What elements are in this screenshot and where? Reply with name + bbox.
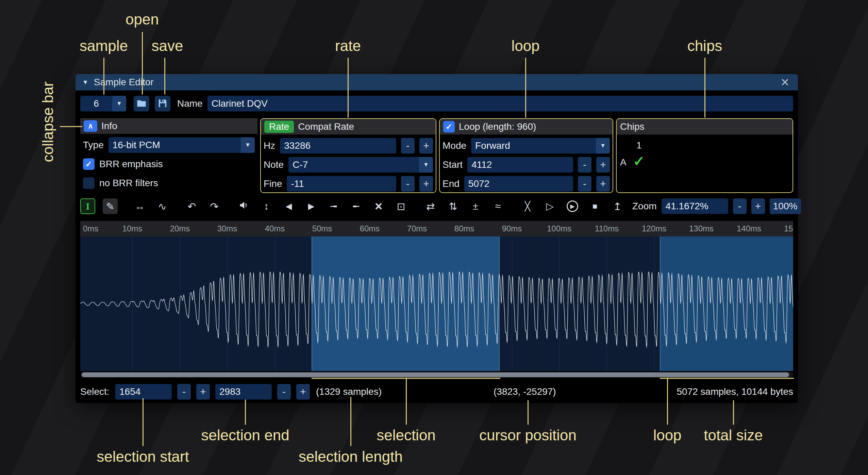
filter-button[interactable]: ≈	[490, 198, 505, 214]
chevron-down-icon[interactable]: ▼	[241, 137, 255, 153]
hz-plus-button[interactable]: +	[419, 138, 433, 154]
chip-enable-checkbox[interactable]: ✓	[633, 153, 645, 170]
edit-mode-button[interactable]: I	[80, 198, 95, 214]
resize-button[interactable]: ↔	[132, 198, 147, 214]
zoom-out-button[interactable]: -	[733, 198, 747, 214]
note-label: Note	[264, 159, 284, 170]
loop-panel-header: ✓ Loop (length: 960)	[440, 119, 613, 135]
sample-selector[interactable]: 6 ▼	[80, 96, 126, 111]
loop-panel: ✓ Loop (length: 960) Mode Forward ▼ Star…	[439, 118, 613, 193]
crossfade-loop-button[interactable]: ╳	[520, 198, 535, 214]
annotation-line	[406, 379, 407, 425]
annotation-line	[528, 400, 529, 425]
no-brr-filters-checkbox[interactable]	[83, 177, 95, 189]
apply-silence-button[interactable]: ╾	[349, 198, 364, 214]
fine-minus-button[interactable]: -	[401, 176, 415, 192]
stop-button[interactable]: ■	[587, 198, 602, 214]
type-selector[interactable]: 16-bit PCM ▼	[108, 137, 255, 153]
chevron-down-icon[interactable]: ▼	[419, 157, 433, 173]
preview-button[interactable]: ▷	[542, 198, 557, 214]
hz-minus-button[interactable]: -	[401, 138, 415, 154]
sample-editor-window: ▼ Sample Editor × 6 ▼	[76, 74, 798, 403]
hz-input[interactable]: 33286	[280, 138, 396, 154]
fade-in-button[interactable]: ◀	[281, 198, 296, 214]
chip-row-label: A	[620, 157, 627, 168]
fade-in-icon: ◀	[286, 201, 292, 211]
loop-mode-label: Mode	[443, 140, 466, 151]
loop-end-minus-button[interactable]: -	[578, 176, 591, 192]
annotation-chips: chips	[687, 37, 722, 54]
window-collapse-caret-icon[interactable]: ▼	[82, 79, 88, 86]
chips-header-label: Chips	[620, 121, 645, 132]
brr-emphasis-checkbox[interactable]: ✓	[83, 158, 95, 170]
loop-start-plus-button[interactable]: +	[596, 157, 610, 173]
fade-out-icon: ▶	[308, 201, 314, 211]
delete-icon: ×	[375, 199, 382, 214]
zoom-reset-button[interactable]: 100%	[770, 198, 801, 214]
selection-start-input[interactable]: 1654	[115, 384, 172, 400]
fade-out-button[interactable]: ▶	[304, 198, 319, 214]
open-button[interactable]	[134, 96, 149, 111]
window-titlebar[interactable]: ▼ Sample Editor ×	[76, 74, 798, 90]
redo-icon: ↷	[210, 200, 218, 212]
collapse-bar-button[interactable]: ∧	[84, 120, 97, 132]
scrollbar-thumb[interactable]	[82, 372, 789, 377]
window-title: Sample Editor	[94, 77, 154, 88]
save-button[interactable]	[155, 96, 170, 111]
loop-start-minus-button[interactable]: -	[578, 157, 591, 173]
trim-button[interactable]: ⊡	[394, 198, 408, 214]
undo-icon: ↶	[187, 200, 196, 212]
annotation-loop-region: loop	[653, 427, 681, 444]
selection-length-value: (1329 samples)	[316, 386, 382, 397]
insert-silence-button[interactable]: ╼	[326, 198, 341, 214]
loop-mode-selector[interactable]: Forward ▼	[471, 138, 610, 154]
invert-button[interactable]: ⇅	[446, 198, 461, 214]
chevron-down-icon[interactable]: ▼	[596, 138, 610, 154]
timeline-ruler[interactable]: 0ms 10ms 20ms 30ms 40ms 50ms 60ms 70ms 8…	[80, 221, 793, 236]
undo-button[interactable]: ↶	[184, 198, 199, 214]
hz-label: Hz	[264, 140, 275, 151]
waveform-display[interactable]	[80, 236, 793, 371]
zoom-input[interactable]: 41.1672%	[662, 198, 728, 214]
import-button[interactable]: ↥	[610, 198, 625, 214]
type-label: Type	[83, 140, 104, 151]
selection-end-input[interactable]: 2983	[215, 384, 272, 400]
selection-start-plus-button[interactable]: +	[196, 384, 210, 400]
chevron-down-icon[interactable]: ▼	[112, 96, 126, 111]
selection-start-minus-button[interactable]: -	[177, 384, 191, 400]
loop-end-plus-button[interactable]: +	[596, 176, 610, 192]
annotation-loop: loop	[511, 37, 539, 54]
delete-button[interactable]: ×	[371, 198, 386, 214]
loop-end-input[interactable]: 5072	[464, 176, 573, 192]
selection-end-plus-button[interactable]: +	[296, 384, 310, 400]
normalize-button[interactable]: ↕	[259, 198, 274, 214]
tick-label: 30ms	[217, 224, 237, 233]
loop-enable-checkbox[interactable]: ✓	[443, 121, 455, 133]
waveform-scrollbar	[80, 372, 793, 378]
sample-number-value: 6	[80, 96, 112, 111]
close-button[interactable]: ×	[779, 75, 791, 90]
resample-button[interactable]: ∿	[155, 198, 170, 214]
signed-unsigned-button[interactable]: ±	[468, 198, 483, 214]
reverse-icon: ⇄	[426, 200, 435, 212]
fine-plus-button[interactable]: +	[419, 176, 433, 192]
loop-header-label: Loop (length: 960)	[459, 121, 536, 132]
draw-mode-button[interactable]: ✎	[103, 198, 118, 214]
note-value: C-7	[288, 157, 419, 173]
annotation-sample: sample	[80, 37, 128, 54]
screenshot-stage: ▼ Sample Editor × 6 ▼	[0, 0, 868, 475]
amplify-button[interactable]	[236, 198, 251, 214]
tick-label: 100ms	[547, 224, 571, 233]
zoom-in-button[interactable]: +	[751, 198, 765, 214]
redo-button[interactable]: ↷	[207, 198, 222, 214]
note-selector[interactable]: C-7 ▼	[288, 157, 433, 173]
loop-start-input[interactable]: 4112	[467, 157, 573, 173]
fine-input[interactable]: -11	[287, 176, 396, 192]
selection-end-minus-button[interactable]: -	[277, 384, 291, 400]
tick-label: 130ms	[689, 224, 714, 233]
tick-label: 10ms	[122, 224, 143, 233]
play-from-cursor-button[interactable]: ▶	[565, 198, 580, 214]
reverse-button[interactable]: ⇄	[423, 198, 438, 214]
plus-minus-icon: ±	[473, 200, 478, 212]
annotation-save: save	[152, 37, 183, 54]
